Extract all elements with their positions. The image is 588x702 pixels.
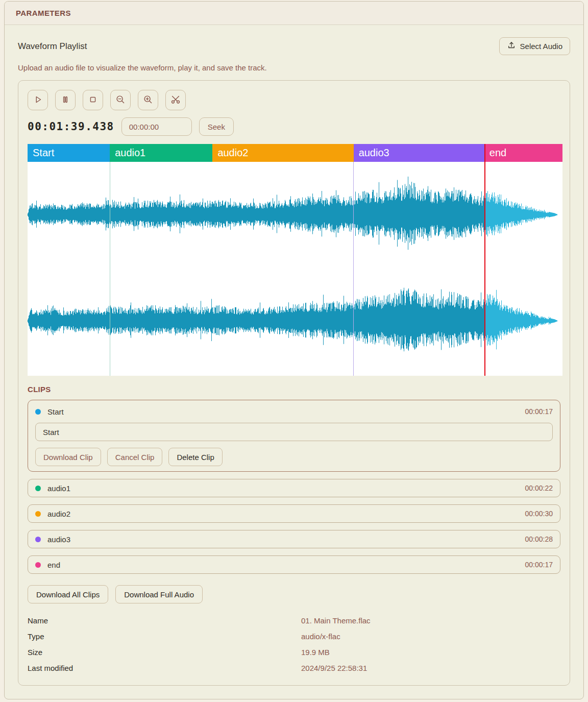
clip-duration: 00:00:30 bbox=[525, 510, 553, 518]
segment-boundary-line bbox=[110, 162, 110, 376]
waveform-playlist: Start audio1 audio2 audio3 end bbox=[28, 144, 562, 376]
stop-icon bbox=[87, 94, 99, 107]
info-value: audio/x-flac bbox=[301, 632, 560, 641]
pause-icon bbox=[60, 94, 71, 107]
zoom-in-button[interactable] bbox=[138, 90, 158, 110]
file-info-row: Name 01. Main Theme.flac bbox=[28, 613, 560, 628]
clip-name: audio1 bbox=[47, 484, 525, 493]
clip-name-input[interactable] bbox=[35, 423, 553, 441]
file-info: Name 01. Main Theme.flac Type audio/x-fl… bbox=[28, 613, 560, 676]
transport-toolbar bbox=[28, 90, 560, 110]
segment-boundary-line bbox=[353, 162, 354, 376]
play-button[interactable] bbox=[28, 90, 48, 110]
select-audio-label: Select Audio bbox=[520, 42, 562, 51]
info-label: Name bbox=[28, 616, 301, 625]
segment-end[interactable]: end bbox=[484, 144, 562, 162]
clip-name: audio2 bbox=[47, 510, 525, 518]
play-icon bbox=[32, 94, 43, 107]
clip-color-dot bbox=[35, 562, 41, 568]
seek-time-input[interactable] bbox=[121, 117, 192, 136]
page-subtitle: Upload an audio file to visualize the wa… bbox=[18, 63, 570, 72]
clip-row-audio1[interactable]: audio1 00:00:22 bbox=[28, 479, 560, 497]
download-full-audio-button[interactable]: Download Full Audio bbox=[115, 585, 203, 603]
clips-heading: CLIPS bbox=[28, 385, 560, 394]
parameters-panel: PARAMETERS Waveform Playlist Select Audi… bbox=[4, 1, 584, 699]
clip-row-end[interactable]: end 00:00:17 bbox=[28, 555, 560, 574]
page-title: Waveform Playlist bbox=[18, 41, 87, 52]
upload-icon bbox=[507, 41, 516, 52]
info-label: Size bbox=[28, 648, 301, 657]
cancel-clip-button[interactable]: Cancel Clip bbox=[107, 448, 163, 466]
info-value: 01. Main Theme.flac bbox=[301, 616, 560, 625]
cut-button[interactable] bbox=[165, 90, 186, 110]
seek-button[interactable]: Seek bbox=[199, 117, 234, 136]
clip-duration: 00:00:17 bbox=[525, 561, 553, 569]
zoom-in-icon bbox=[142, 94, 154, 107]
select-audio-button[interactable]: Select Audio bbox=[499, 37, 570, 55]
clip-header-start[interactable]: Start 00:00:17 bbox=[35, 402, 553, 421]
download-all-clips-button[interactable]: Download All Clips bbox=[28, 585, 108, 603]
playhead-cursor[interactable] bbox=[484, 144, 485, 376]
scissors-icon bbox=[170, 94, 181, 107]
file-info-row: Type audio/x-flac bbox=[28, 628, 560, 644]
clip-color-dot bbox=[35, 409, 41, 415]
current-time-display: 00:01:39.438 bbox=[28, 120, 114, 133]
panel-title: PARAMETERS bbox=[16, 9, 71, 17]
segment-audio1[interactable]: audio1 bbox=[110, 144, 212, 162]
clip-card-start: Start 00:00:17 Download Clip Cancel Clip… bbox=[28, 400, 560, 472]
waveform-workspace: 00:01:39.438 Seek Start audio1 audio2 au… bbox=[18, 80, 570, 686]
info-label: Type bbox=[28, 632, 301, 641]
clip-duration: 00:00:22 bbox=[525, 484, 553, 492]
segment-label-band: Start audio1 audio2 audio3 end bbox=[28, 144, 562, 162]
info-value: 19.9 MB bbox=[301, 648, 560, 657]
clip-duration: 00:00:17 bbox=[525, 407, 553, 416]
segment-start[interactable]: Start bbox=[28, 144, 110, 162]
clip-name: end bbox=[47, 561, 525, 569]
clip-color-dot bbox=[35, 486, 41, 491]
delete-clip-button[interactable]: Delete Clip bbox=[168, 448, 222, 466]
info-value: 2024/9/25 22:58:31 bbox=[301, 664, 560, 672]
clip-color-dot bbox=[35, 511, 41, 517]
stop-button[interactable] bbox=[83, 90, 103, 110]
clip-color-dot bbox=[35, 537, 41, 542]
download-clip-button[interactable]: Download Clip bbox=[35, 448, 101, 466]
clip-name: audio3 bbox=[47, 535, 525, 544]
segment-audio3[interactable]: audio3 bbox=[354, 144, 484, 162]
file-info-row: Last modified 2024/9/25 22:58:31 bbox=[28, 660, 560, 676]
waveform-area[interactable] bbox=[28, 162, 562, 376]
zoom-out-button[interactable] bbox=[110, 90, 131, 110]
clip-row-audio2[interactable]: audio2 00:00:30 bbox=[28, 504, 560, 523]
pause-button[interactable] bbox=[55, 90, 76, 110]
panel-header: PARAMETERS bbox=[5, 2, 583, 25]
clip-duration: 00:00:28 bbox=[525, 535, 553, 543]
file-info-row: Size 19.9 MB bbox=[28, 644, 560, 660]
segment-audio2[interactable]: audio2 bbox=[212, 144, 353, 162]
panel-content: Waveform Playlist Select Audio Upload an… bbox=[5, 25, 583, 699]
info-label: Last modified bbox=[28, 664, 301, 672]
clip-name: Start bbox=[47, 407, 525, 416]
clip-row-audio3[interactable]: audio3 00:00:28 bbox=[28, 530, 560, 548]
waveform-canvas[interactable] bbox=[28, 162, 562, 376]
zoom-out-icon bbox=[115, 94, 126, 107]
